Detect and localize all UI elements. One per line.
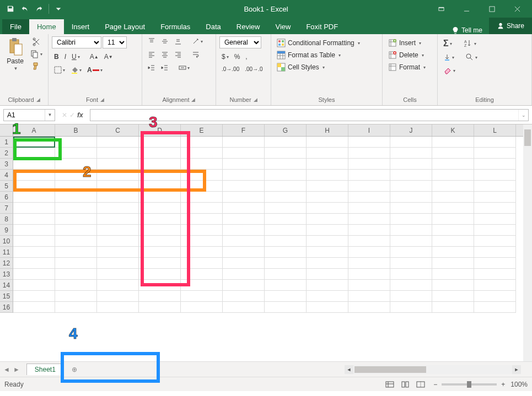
find-select-button[interactable]: ▾ (463, 52, 480, 63)
column-header[interactable]: J (390, 124, 432, 136)
tab-foxit-pdf[interactable]: Foxit PDF (298, 19, 346, 34)
increase-font-button[interactable]: A▲ (88, 52, 101, 62)
cell[interactable] (13, 291, 55, 302)
cell[interactable] (181, 148, 223, 159)
share-button[interactable]: Share (489, 18, 532, 34)
row-header[interactable]: 10 (0, 236, 13, 247)
select-all-button[interactable] (0, 124, 13, 136)
cell[interactable] (474, 203, 516, 214)
cell[interactable] (97, 148, 139, 159)
accounting-format-button[interactable]: $▾ (219, 52, 231, 62)
cell[interactable] (265, 181, 307, 192)
cell[interactable] (432, 159, 474, 170)
cell[interactable] (55, 236, 97, 247)
row-header[interactable]: 13 (0, 269, 13, 280)
cell[interactable] (223, 170, 265, 181)
align-middle-button[interactable] (159, 36, 171, 46)
cell[interactable] (390, 192, 432, 203)
zoom-level[interactable]: 100% (510, 381, 528, 388)
cell[interactable] (97, 159, 139, 170)
cell[interactable] (432, 137, 474, 148)
cell[interactable] (55, 280, 97, 291)
cell[interactable] (181, 302, 223, 313)
cell[interactable] (348, 225, 390, 236)
column-header[interactable]: K (432, 124, 474, 136)
cell[interactable] (348, 170, 390, 181)
zoom-slider[interactable] (442, 383, 497, 386)
cell[interactable] (55, 247, 97, 258)
cell[interactable] (223, 159, 265, 170)
cell[interactable] (265, 225, 307, 236)
cell[interactable] (139, 159, 181, 170)
cell[interactable] (181, 280, 223, 291)
cell[interactable] (474, 181, 516, 192)
cell[interactable] (181, 236, 223, 247)
zoom-slider-thumb[interactable] (467, 381, 471, 388)
align-bottom-button[interactable] (172, 36, 184, 46)
row-header[interactable]: 15 (0, 291, 13, 302)
cell[interactable] (307, 280, 348, 291)
cell[interactable] (307, 247, 348, 258)
tab-file[interactable]: File (2, 19, 29, 34)
cell[interactable] (13, 170, 55, 181)
cell[interactable] (97, 214, 139, 225)
cell[interactable] (307, 291, 348, 302)
cell[interactable] (307, 192, 348, 203)
bold-button[interactable]: B (52, 52, 61, 62)
row-header[interactable]: 3 (0, 159, 13, 170)
page-layout-view-button[interactable] (398, 379, 412, 389)
cell[interactable] (13, 159, 55, 170)
cell-styles-button[interactable]: Cell Styles▾ (275, 62, 327, 73)
cell[interactable] (474, 148, 516, 159)
cell[interactable] (97, 181, 139, 192)
cell[interactable] (474, 192, 516, 203)
cell[interactable] (432, 225, 474, 236)
cell[interactable] (97, 236, 139, 247)
cell[interactable] (348, 214, 390, 225)
cell[interactable] (390, 236, 432, 247)
tell-me[interactable]: Tell me (445, 26, 489, 34)
cell[interactable] (432, 203, 474, 214)
cell[interactable] (181, 247, 223, 258)
cell[interactable] (13, 269, 55, 280)
cell[interactable] (139, 137, 181, 148)
cell[interactable] (265, 192, 307, 203)
cell[interactable] (307, 214, 348, 225)
cell[interactable] (432, 258, 474, 269)
borders-button[interactable]: ▾ (52, 65, 67, 75)
row-header[interactable]: 8 (0, 214, 13, 225)
cell[interactable] (432, 181, 474, 192)
cell[interactable] (97, 225, 139, 236)
cell[interactable] (181, 214, 223, 225)
dialog-launcher-icon[interactable]: ◢ (191, 97, 195, 102)
cell[interactable] (265, 137, 307, 148)
cell[interactable] (223, 236, 265, 247)
increase-indent-button[interactable] (159, 63, 171, 73)
cell[interactable] (55, 214, 97, 225)
cell[interactable] (307, 302, 348, 313)
cell[interactable] (13, 214, 55, 225)
cell[interactable] (432, 291, 474, 302)
sheet-tab[interactable]: Sheet1 (26, 364, 64, 375)
cell[interactable] (223, 258, 265, 269)
cell[interactable] (265, 258, 307, 269)
cell[interactable] (223, 192, 265, 203)
cell[interactable] (13, 203, 55, 214)
fill-color-button[interactable]: ▾ (68, 65, 84, 75)
cell[interactable] (55, 170, 97, 181)
cell[interactable] (307, 148, 348, 159)
cell[interactable] (265, 203, 307, 214)
cell[interactable] (223, 137, 265, 148)
cell[interactable] (265, 302, 307, 313)
close-button[interactable] (506, 2, 529, 15)
font-size-select[interactable]: 11 (103, 36, 127, 48)
percent-format-button[interactable]: % (232, 52, 243, 62)
cell[interactable] (474, 214, 516, 225)
cell[interactable] (139, 170, 181, 181)
insert-function-button[interactable]: fx (77, 111, 83, 119)
cell[interactable] (307, 203, 348, 214)
cell[interactable] (55, 269, 97, 280)
column-header[interactable]: E (181, 124, 223, 136)
cell[interactable] (432, 236, 474, 247)
conditional-formatting-button[interactable]: Conditional Formatting▾ (275, 37, 362, 48)
